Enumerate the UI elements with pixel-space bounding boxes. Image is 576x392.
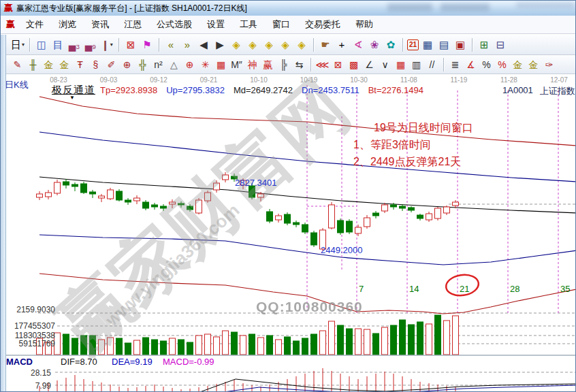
period-day-button[interactable]: 日▾ [10,37,25,52]
percent-icon[interactable]: % [479,58,494,71]
symbol-code: 1A0001 [502,85,533,97]
spiral-icon[interactable]: § [89,58,103,71]
save-icon[interactable]: ▣ [453,37,468,52]
kline-pattern-icon[interactable]: ⊠ [123,37,138,52]
calendar-21-icon[interactable]: 21 [407,39,419,50]
gann-circle-icon[interactable]: ⊕ [120,58,134,71]
gann-diamond-left-icon[interactable]: ◈ [229,37,244,52]
menu-item-工具[interactable]: 工具 [232,16,265,33]
zoom-area-icon[interactable]: ◫ [34,37,49,52]
period-label: 日K线 [5,79,29,91]
gann-flower-icon[interactable]: ❀ [367,37,382,52]
volume-bar [426,324,432,355]
marker-pen-icon[interactable]: ✑ [542,58,556,71]
shaded-box-icon[interactable]: ▩ [347,58,361,71]
titlebar: 赢 赢家江恩专业版[赢家服务平台] - [上证指数 SH1A0001-72日K线… [1,1,576,16]
annotation-line: 2、2449点反弹第21天 [353,153,473,170]
macd-label[interactable]: MACD [6,357,33,367]
chart-9min-icon[interactable]: ▄₉ [83,37,98,52]
v-line-icon[interactable]: ∨ [378,58,392,71]
time-cycle-icon[interactable]: ╠ [276,58,291,71]
candle-style-icon[interactable]: ❙▾ [99,37,114,52]
percent-line-icon[interactable]: % [495,58,509,71]
menu-item-交易委托[interactable]: 交易委托 [298,16,348,33]
macd-dif-value: DIF=8.70 [61,357,97,367]
angle-tool-icon[interactable]: ∢ [351,37,366,52]
gold-ratio-icon[interactable]: 金 [42,58,56,71]
gann-diamond-right-icon[interactable]: ◈ [245,37,260,52]
target-circle-icon[interactable]: ⊕ [182,58,197,71]
menu-item-设置[interactable]: 设置 [199,16,232,33]
n-square-icon[interactable]: n² [151,58,165,71]
toolbar-drawing-tools: ✎╫金金Ŧ§✐⊕╬n²△⊕✳▦M″神赢╠⇆⋘⊠▩∠∨▦▥//≣∡%%金金✑ [1,55,576,74]
shen-tool-icon[interactable]: 神 [245,58,259,71]
price-grid-icon[interactable]: ▦ [394,58,408,71]
chevron-down-icon[interactable]: ▾ [22,42,25,48]
wave-tool-icon[interactable]: ✿ [383,37,398,52]
info-list-icon[interactable]: 目 [50,37,65,52]
gann-diamond-in-icon[interactable]: ◈ [278,37,293,52]
pencil-tool-icon[interactable]: ✎ [10,58,25,71]
ying-tool-icon[interactable]: 赢 [261,58,275,71]
calculator-icon[interactable]: ▦ [420,37,435,52]
date-tick: 11-28 [500,76,517,84]
menu-item-资讯[interactable]: 资讯 [84,16,116,33]
menu-item-文件[interactable]: 文件 [18,16,51,33]
symbol-name: 上证指数 [540,85,575,97]
candle-body [276,216,282,220]
time-window-number: 28 [510,284,519,294]
column-grid-icon[interactable]: ▥ [409,58,423,71]
m-wave-icon[interactable]: M″ [229,58,244,71]
spider-web-icon[interactable]: ✳ [198,58,212,71]
chart-area: 赢家财富网 www.yingjia360.com QQ:100800360 08… [1,76,576,392]
chart-3min-icon[interactable]: ▄₃ [67,37,82,52]
gann-diamond-both-icon[interactable]: ◈ [261,37,276,52]
menubar: 赢 文件浏览资讯江恩公式选股设置工具窗口交易委托帮助 [1,16,576,34]
toolbar-separator [402,38,403,52]
gann-diamond-out-icon[interactable]: ◈ [294,37,309,52]
volume-bar [249,334,255,355]
grid-lines-icon[interactable]: ╫ [26,58,40,71]
color-signal-icon[interactable]: ⚑ [140,37,155,52]
symbol-label: 1A0001 上证指数 [502,85,575,97]
volume-bar [161,341,167,355]
first-page-icon[interactable]: « [163,37,178,52]
volume-bar [178,340,185,355]
angle-line-icon[interactable]: ∠ [362,58,377,71]
price-label-low: 2449.2000 [321,245,362,255]
time-window-number: 14 [409,284,419,294]
fan-lines-icon[interactable]: ⋘ [315,58,330,71]
percent-angle-icon[interactable]: ∡ [464,58,478,71]
redacted-text-blur [516,2,575,8]
menu-item-窗口[interactable]: 窗口 [265,16,298,33]
last-page-icon[interactable]: » [180,37,195,52]
volume-bar [444,321,450,355]
parallel-lines-icon[interactable]: // [425,58,439,71]
gold-section-icon[interactable]: 金 [57,58,71,71]
menu-item-公式选股[interactable]: 公式选股 [149,16,199,33]
hand-tool-icon[interactable]: ☛ [318,37,333,52]
gold-line-icon[interactable]: 金 [526,58,541,71]
app-window: 赢 赢家江恩专业版[赢家服务平台] - [上证指数 SH1A0001-72日K线… [0,0,576,392]
remote-pc-icon[interactable]: ⊟ [493,37,508,52]
gold-circle-icon[interactable]: 金 [511,58,525,71]
menu-item-浏览[interactable]: 浏览 [51,16,84,33]
chevron-down-icon[interactable]: ▼ [69,95,75,101]
crosshair-tool-icon[interactable]: + [334,37,349,52]
candle-body [108,190,114,199]
square-grid-icon[interactable]: ▦ [214,58,228,71]
fibonacci-icon[interactable]: Ŧ [73,58,87,71]
gann-box-icon[interactable]: ⊠ [331,58,345,71]
date-tick: 11-08 [400,76,417,84]
triangle-icon[interactable]: △ [167,58,181,71]
levels-icon[interactable]: ≣ [448,58,462,71]
menu-item-帮助[interactable]: 帮助 [348,16,381,33]
ruler-lines-icon[interactable]: ╬ [135,58,150,71]
network-share-icon[interactable]: ⊞ [477,37,492,52]
prev-period-icon[interactable]: ◀ [196,37,211,52]
chevron-down-icon[interactable]: ▾ [110,42,113,48]
menu-item-江恩[interactable]: 江恩 [116,16,149,33]
next-period-icon[interactable]: ▶ [212,37,227,52]
brush-icon[interactable]: ✐ [104,58,118,71]
notepad-icon[interactable]: ▤ [436,37,451,52]
